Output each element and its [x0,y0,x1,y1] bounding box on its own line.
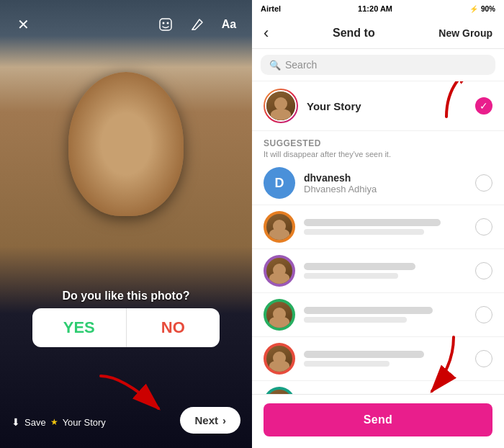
contact-username-dhvanesh: Dhvanesh Adhiya [304,184,475,194]
contact-radio-4[interactable] [475,306,492,323]
send-to-header: ‹ Send to New Group [252,17,504,49]
left-panel: ✕ Aa Do you like this photo? [0,0,252,448]
save-label: Save [24,417,46,428]
carrier-label: Airtel [261,4,281,13]
draw-icon[interactable] [186,13,209,36]
header-title: Send to [333,27,375,40]
contact-face-4 [266,302,292,328]
no-button[interactable]: NO [127,308,220,347]
status-right: ⚡ 90% [469,5,495,13]
contact-avatar-dhvanesh: D [264,167,295,199]
contact-avatar-6 [264,387,295,394]
search-icon: 🔍 [269,60,281,71]
contact-name-blur-3 [304,263,415,270]
search-input-wrap[interactable]: 🔍 Search [261,55,495,75]
contact-radio-3[interactable] [475,262,492,279]
status-bar: Airtel 11:20 AM ⚡ 90% [252,0,504,17]
face-oval [68,72,184,216]
contact-username-blur-3 [304,273,398,279]
red-arrow-to-check [439,81,497,124]
next-button[interactable]: Next › [180,407,240,434]
search-bar: 🔍 Search [252,49,504,81]
search-placeholder: Search [285,59,317,71]
send-button-wrap: Send [252,394,504,448]
right-panel: Airtel 11:20 AM ⚡ 90% ‹ Send to New Grou… [252,0,504,448]
contact-avatar-4 [264,299,295,331]
contact-name-dhvanesh: dhvanesh [304,172,475,184]
contact-face-3 [266,258,292,284]
contact-row-3[interactable] [252,249,504,293]
camera-bottom-bar: ⬇ Save ★ Your Story Next › [0,408,252,448]
contact-username-blur-4 [304,317,407,323]
contact-radio-5[interactable] [475,350,492,367]
battery-label: 90% [481,5,495,13]
contact-avatar-5 [264,343,295,375]
camera-toolbar: ✕ Aa [0,7,252,42]
text-tool[interactable]: Aa [217,13,240,36]
yes-no-widget[interactable]: YES NO [32,308,220,347]
contact-row-2[interactable] [252,205,504,249]
question-overlay: Do you like this photo? YES NO [32,290,220,347]
close-button[interactable]: ✕ [12,13,35,36]
contact-radio-2[interactable] [475,218,492,236]
story-avatar-inner [265,90,297,122]
star-icon: ★ [50,417,58,427]
contact-radio-dhvanesh[interactable] [475,174,492,192]
toolbar-right: Aa [154,13,240,36]
suggested-title: SUGGESTED [264,138,492,148]
contact-avatar-2 [264,211,295,243]
contact-face-2 [266,214,292,240]
suggested-section: SUGGESTED It will disappear after they'v… [252,131,504,161]
red-arrow-to-send [396,330,468,402]
yes-button[interactable]: YES [32,308,127,347]
contact-name-blur-2 [304,219,441,226]
question-text: Do you like this photo? [32,290,220,303]
contact-username-blur-5 [304,361,390,367]
svg-rect-0 [160,19,171,30]
time-label: 11:20 AM [358,4,392,13]
download-icon: ⬇ [12,416,20,428]
contact-name-blur-4 [304,307,433,314]
story-person-face [266,91,295,120]
contact-row-dhvanesh[interactable]: D dhvanesh Dhvanesh Adhiya [252,161,504,205]
back-button[interactable]: ‹ [264,25,269,41]
contact-avatar-3 [264,255,295,287]
contact-info-3 [304,263,475,279]
next-arrow-icon: › [222,414,226,426]
sticker-icon[interactable] [154,13,177,36]
contact-info-4 [304,307,475,323]
contact-face-5 [266,346,292,372]
svg-point-1 [163,22,165,24]
your-story-label: Your Story [63,417,106,428]
story-avatar [264,89,298,123]
next-label: Next [194,414,218,426]
camera-preview [54,58,198,245]
contact-username-blur-2 [304,229,424,235]
svg-point-2 [167,22,169,24]
send-button[interactable]: Send [264,403,492,436]
new-group-button[interactable]: New Group [438,27,492,39]
suggested-subtitle: It will disappear after they've seen it. [264,150,492,158]
contact-info-dhvanesh: dhvanesh Dhvanesh Adhiya [304,172,475,194]
bluetooth-icon: ⚡ [469,5,478,13]
contact-info-2 [304,219,475,235]
